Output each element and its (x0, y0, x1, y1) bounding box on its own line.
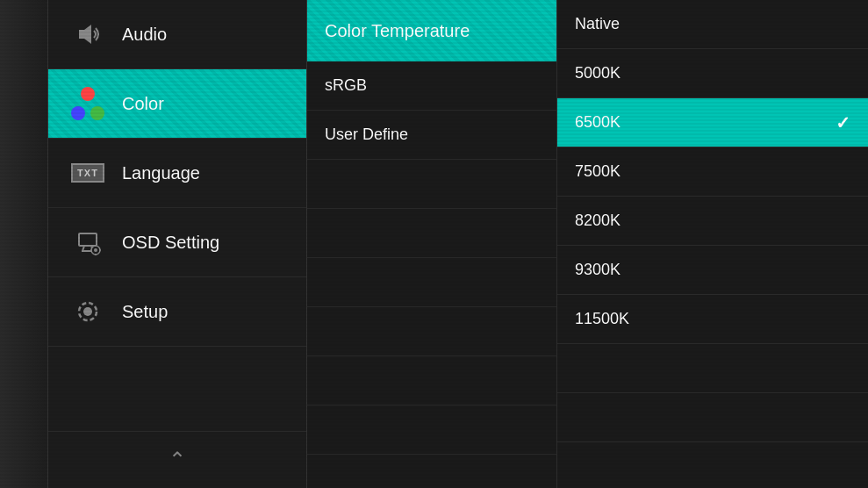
right-item-native[interactable]: Native (557, 0, 868, 49)
middle-item-empty-2 (307, 209, 556, 258)
svg-marker-0 (79, 25, 91, 44)
right-item-9300k[interactable]: 9300K (557, 246, 868, 295)
middle-item-user-define[interactable]: User Define (307, 111, 556, 160)
left-edge (0, 0, 48, 488)
monitor-osd: Audio Color TXT Language (0, 0, 868, 488)
middle-item-srgb[interactable]: sRGB (307, 61, 556, 111)
right-item-empty-2 (557, 393, 868, 442)
sidebar: Audio Color TXT Language (48, 0, 307, 488)
middle-item-empty-4 (307, 307, 556, 356)
sidebar-label-setup: Setup (122, 302, 168, 322)
middle-item-empty-6 (307, 405, 556, 455)
color-blobs-icon (69, 85, 106, 122)
speaker-icon (69, 16, 106, 53)
middle-item-empty-5 (307, 356, 556, 405)
middle-item-empty-1 (307, 160, 556, 209)
right-item-8200k-label: 8200K (575, 212, 621, 230)
right-item-native-label: Native (575, 15, 620, 33)
sidebar-item-osd-setting[interactable]: OSD Setting (48, 208, 306, 277)
txt-icon: TXT (69, 154, 106, 191)
svg-point-11 (83, 307, 92, 316)
middle-header: Color Temperature (307, 0, 556, 61)
middle-header-title: Color Temperature (325, 21, 470, 41)
right-item-7500k[interactable]: 7500K (557, 147, 868, 197)
svg-rect-1 (79, 233, 97, 246)
sidebar-nav-up[interactable]: ⌃ (48, 431, 306, 488)
right-item-7500k-label: 7500K (575, 162, 621, 181)
middle-item-srgb-label: sRGB (325, 76, 367, 95)
right-panel: Native 5000K 6500K ✓ 7500K 8200K 9300K 1… (557, 0, 868, 488)
selected-checkmark-icon: ✓ (836, 112, 850, 133)
up-arrow-icon: ⌃ (169, 448, 186, 472)
right-item-9300k-label: 9300K (575, 261, 621, 279)
middle-item-user-define-label: User Define (325, 126, 408, 144)
right-item-6500k-label: 6500K (575, 113, 621, 132)
right-item-11500k[interactable]: 11500K (557, 295, 868, 344)
right-item-6500k[interactable]: 6500K ✓ (557, 98, 868, 147)
sidebar-item-language[interactable]: TXT Language (48, 139, 306, 208)
sidebar-label-audio: Audio (122, 25, 167, 45)
right-item-5000k[interactable]: 5000K (557, 49, 868, 98)
sidebar-label-color: Color (122, 94, 164, 114)
svg-point-6 (94, 248, 97, 252)
right-item-5000k-label: 5000K (575, 64, 621, 83)
right-item-11500k-label: 11500K (575, 310, 629, 328)
middle-item-empty-3 (307, 258, 556, 307)
sidebar-item-setup[interactable]: Setup (48, 277, 306, 347)
sidebar-label-osd-setting: OSD Setting (122, 233, 219, 253)
sidebar-item-audio[interactable]: Audio (48, 0, 306, 69)
setup-gear-icon (69, 293, 106, 330)
sidebar-item-color[interactable]: Color (48, 69, 306, 139)
sidebar-label-language: Language (122, 163, 200, 183)
right-item-empty-1 (557, 344, 868, 393)
right-item-8200k[interactable]: 8200K (557, 197, 868, 246)
middle-panel: Color Temperature sRGB User Define (307, 0, 557, 488)
middle-item-empty-7 (307, 455, 556, 488)
osd-gear-icon (69, 224, 106, 261)
